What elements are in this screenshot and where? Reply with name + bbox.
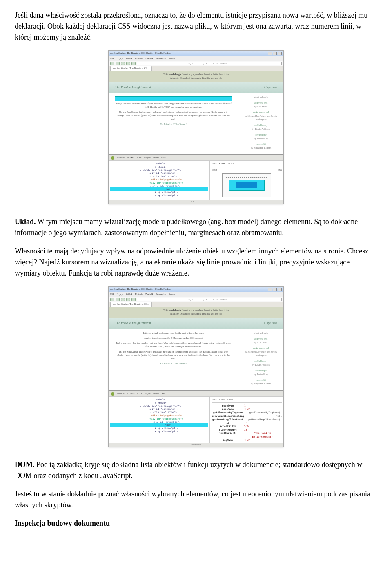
prop-key: id [212,421,244,424]
dom-node[interactable]: - <div id="intro"> [110,411,208,414]
close-icon[interactable] [278,52,282,55]
dom-node[interactable]: - <div id="preamble"> [110,420,208,424]
devtools-tab[interactable]: DOM [153,392,159,396]
banner-link[interactable]: css file [215,313,222,315]
right-tab-active[interactable]: DOM [227,398,234,402]
right-tab[interactable]: Style [212,398,216,402]
devtools-tab[interactable]: CSS [137,156,142,160]
side-link[interactable]: css co., ltd [242,142,280,146]
menu-item[interactable]: Historia [135,293,143,296]
box-model-visualization[interactable] [222,173,271,197]
firebug-icon[interactable] [111,392,114,396]
dom-node[interactable]: + <div id="pageHeader"> [110,178,208,181]
side-link[interactable]: oceanscape [242,133,280,137]
devtools-tab[interactable]: Skrypt [144,156,151,160]
dom-node-selected[interactable]: <h3> [110,423,208,427]
dom-node[interactable]: + <div id="quickSummary"> [110,181,208,184]
dom-node[interactable]: + <head> [110,401,208,404]
menu-item[interactable]: Historia [135,57,143,60]
dom-node[interactable]: - <div id="container"> [110,171,208,175]
dom-node[interactable]: - <html> [110,162,208,165]
back-icon[interactable] [110,298,114,301]
dom-node[interactable]: - <html> [110,398,208,401]
devtools-tab[interactable]: HTML [127,156,135,160]
dom-node[interactable]: - <div id="container"> [110,407,208,411]
side-link[interactable]: make 'em proud [242,347,280,350]
menu-item[interactable]: Widok [126,293,132,296]
devtools-tab[interactable]: Konsola [117,392,125,396]
menu-item[interactable]: Pomoc [169,57,176,60]
devtools-tab[interactable]: CSS [137,392,142,396]
banner-bold: CSS-based design. [163,73,182,76]
stop-icon[interactable] [126,298,130,301]
menu-item[interactable]: Zakładki [145,57,154,60]
dom-node[interactable]: + <div id="quickSummary"> [110,417,208,420]
devtools-tab[interactable]: DOM [153,156,159,160]
minimize-icon[interactable] [268,288,272,291]
dom-properties-list[interactable]: nodeType1 nodeName"H3" getElementsByTagN… [212,404,282,442]
url-input[interactable]: http://www.csszengarden.com/?cssfile=/00… [137,62,282,65]
home-icon[interactable] [131,62,136,65]
devtools-tab[interactable]: Sieć [161,392,165,396]
devtools-tab[interactable]: Konsola [117,156,125,160]
maximize-icon[interactable] [273,52,277,55]
dom-node[interactable]: + <head> [110,165,208,169]
menu-item[interactable]: Widok [126,57,132,60]
dom-node[interactable]: + <p class="p2"> [110,430,208,433]
dom-node[interactable]: - <div id="intro"> [110,175,208,178]
side-link[interactable]: orchid beauty [242,124,280,127]
dom-node[interactable]: + <p class="p1"> [110,191,208,194]
url-input[interactable]: http://www.csszengarden.com/?cssfile=/00… [137,298,282,301]
dom-node[interactable]: - <div id="preamble"> [110,184,208,188]
dom-node[interactable]: + <p class="p2"> [110,194,208,197]
devtools-tab[interactable]: Skrypt [144,392,151,396]
banner-link[interactable]: html file [202,313,211,315]
devtools-tab[interactable]: HTML [127,392,135,396]
dom-tree[interactable]: - <html> + <head> - <body id="css-zen-ga… [109,161,210,200]
side-link[interactable]: under the sea! [242,337,280,341]
menu-item[interactable]: Plik [110,293,114,296]
forward-icon[interactable] [116,62,120,65]
right-tab[interactable]: Style [212,162,216,166]
menu-item[interactable]: Zakładki [145,293,154,296]
dom-node[interactable]: - <body id="css-zen-garden"> [110,169,208,172]
side-link[interactable]: css co., ltd [242,378,280,382]
right-tab[interactable]: Układ [219,398,225,402]
minimize-icon[interactable] [268,52,272,55]
body-text: Today, we must clear the mind of past pr… [115,342,232,349]
stop-icon[interactable] [126,62,130,65]
menu-item[interactable]: Edycja [117,293,124,296]
reload-icon[interactable] [121,298,125,301]
forward-icon[interactable] [116,298,120,301]
dom-node[interactable]: - <body id="css-zen-garden"> [110,404,208,408]
status-bar: Zakończono [109,443,283,447]
browser-tab[interactable]: css Zen Garden: The Beauty in CS... [110,66,152,71]
dom-node[interactable]: + <p class="p1"> [110,427,208,430]
prop-value: 1 [244,404,246,407]
menu-item[interactable]: Pomoc [169,293,176,296]
home-icon[interactable] [131,298,136,301]
dom-tree[interactable]: - <html> + <head> - <body id="css-zen-ga… [109,397,210,443]
devtools-tab[interactable]: Sieć [161,156,165,160]
browser-tab[interactable]: css Zen Garden: The Beauty in CS... [110,302,152,307]
back-icon[interactable] [110,62,114,65]
menu-item[interactable]: Edycja [117,57,124,60]
close-icon[interactable] [278,288,282,291]
banner-link[interactable]: html file [202,77,211,79]
banner-link[interactable]: css file [215,77,222,79]
side-link[interactable]: orchid beauty [242,360,280,363]
firebug-icon[interactable] [111,156,114,160]
menu-item[interactable]: Narzędzia [156,57,166,60]
maximize-icon[interactable] [273,288,277,291]
menu-item[interactable]: Plik [110,57,114,60]
body-text: Littering a dark and dreary road lay the… [115,331,232,335]
side-link[interactable]: under the sea! [242,101,280,105]
side-link[interactable]: oceanscape [242,369,280,373]
right-tab-active[interactable]: Układ [219,162,225,166]
dom-node[interactable]: + <div id="pageHeader"> [110,414,208,417]
side-link[interactable]: make 'em proud [242,111,280,114]
right-tab[interactable]: DOM [228,162,234,166]
menu-item[interactable]: Narzędzia [156,293,166,296]
reload-icon[interactable] [121,62,125,65]
dom-node-selected[interactable]: <h3> [110,187,208,191]
